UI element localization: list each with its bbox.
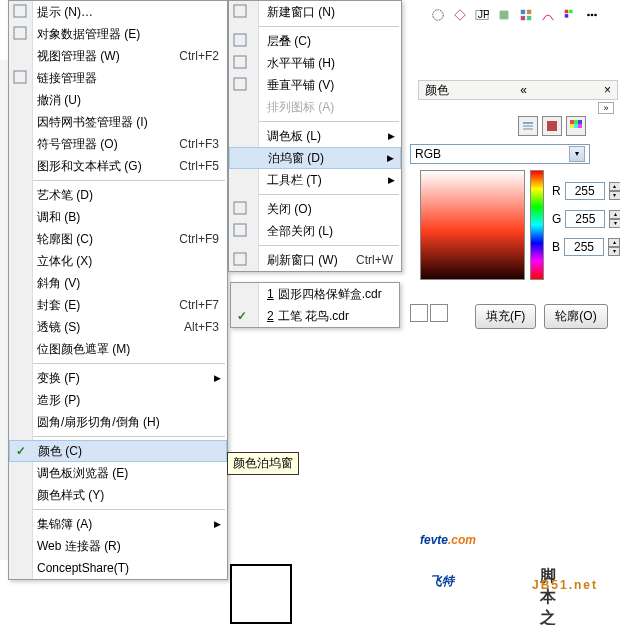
r-row: R ▴▾	[552, 182, 620, 200]
panel-close-icon[interactable]: ×	[604, 83, 611, 97]
menu-item-label: 封套 (E)	[37, 297, 80, 314]
r-spinner[interactable]: ▴▾	[609, 182, 620, 200]
grid-icon[interactable]	[518, 7, 534, 23]
svg-rect-27	[14, 71, 26, 83]
color-model-dropdown[interactable]: RGB ▾	[410, 144, 590, 164]
dockers-item-11[interactable]: 轮廓图 (C)Ctrl+F9	[9, 228, 227, 250]
dockers-item-16[interactable]: 位图颜色遮罩 (M)	[9, 338, 227, 360]
dockers-item-10[interactable]: 调和 (B)	[9, 206, 227, 228]
svg-rect-34	[234, 253, 246, 265]
submenu-arrow-icon: ▶	[214, 519, 221, 529]
menu-item-label: 调色板 (L)	[267, 128, 321, 145]
dockers-item-7[interactable]: 图形和文本样式 (G)Ctrl+F5	[9, 155, 227, 177]
dockers-item-26[interactable]: 集锦簿 (A)▶	[9, 513, 227, 535]
swatch-old[interactable]	[410, 304, 428, 322]
menu-item-label: 圆形四格保鲜盒.cdr	[278, 286, 382, 303]
viewer-icon[interactable]	[542, 116, 562, 136]
new-icon	[233, 4, 249, 20]
dots-icon[interactable]	[584, 7, 600, 23]
menu-separator	[11, 363, 225, 364]
tilev-icon	[233, 77, 249, 93]
menu-item-label: 链接管理器	[37, 70, 97, 87]
svg-point-0	[433, 10, 444, 21]
submenu-arrow-icon: ▶	[388, 131, 395, 141]
dockers-item-4[interactable]: 撤消 (U)	[9, 89, 227, 111]
menu-item-label: 工笔 花鸟.cdr	[278, 308, 349, 325]
palette-grid-icon[interactable]	[566, 116, 586, 136]
menu-item-label: 刷新窗口 (W)	[267, 252, 338, 269]
window-item-3[interactable]: 水平平铺 (H)	[229, 52, 401, 74]
r-input[interactable]	[565, 182, 605, 200]
svg-rect-33	[234, 224, 246, 236]
fill-button[interactable]: 填充(F)	[475, 304, 536, 329]
doc-item-0[interactable]: 1 圆形四格保鲜盒.cdr	[231, 283, 399, 305]
dockers-item-9[interactable]: 艺术笔 (D)	[9, 184, 227, 206]
window-item-14[interactable]: 刷新窗口 (W)Ctrl+W	[229, 249, 401, 271]
window-item-0[interactable]: 新建窗口 (N)	[229, 1, 401, 23]
color-gradient-picker[interactable]	[420, 170, 525, 280]
window-item-9[interactable]: 工具栏 (T)▶	[229, 169, 401, 191]
menu-item-label: 全部关闭 (L)	[267, 223, 333, 240]
dockers-item-14[interactable]: 封套 (E)Ctrl+F7	[9, 294, 227, 316]
g-input[interactable]	[565, 210, 605, 228]
dockers-item-1[interactable]: 对象数据管理器 (E)	[9, 23, 227, 45]
dockers-item-6[interactable]: 符号管理器 (O)Ctrl+F3	[9, 133, 227, 155]
menu-shortcut: Alt+F3	[184, 320, 219, 334]
b-input[interactable]	[564, 238, 604, 256]
svg-rect-28	[234, 5, 246, 17]
svg-rect-26	[14, 27, 26, 39]
menu-item-label: 撤消 (U)	[37, 92, 81, 109]
dockers-item-2[interactable]: 视图管理器 (W)Ctrl+F2	[9, 45, 227, 67]
dockers-item-13[interactable]: 斜角 (V)	[9, 272, 227, 294]
doc-item-1[interactable]: ✓2 工笔 花鸟.cdr	[231, 305, 399, 327]
dockers-item-27[interactable]: Web 连接器 (R)	[9, 535, 227, 557]
dockers-item-22[interactable]: ✓颜色 (C)	[9, 440, 227, 462]
curve-icon[interactable]	[540, 7, 556, 23]
dockers-item-24[interactable]: 颜色样式 (Y)	[9, 484, 227, 506]
g-spinner[interactable]: ▴▾	[609, 210, 620, 228]
dockers-item-20[interactable]: 圆角/扇形切角/倒角 (H)	[9, 411, 227, 433]
polygon-icon[interactable]	[452, 7, 468, 23]
window-item-8[interactable]: 泊坞窗 (D)▶	[229, 147, 401, 169]
outline-button[interactable]: 轮廓(O)	[544, 304, 607, 329]
menu-item-label: 立体化 (X)	[37, 253, 92, 270]
menu-item-label: ConceptShare(T)	[37, 561, 129, 575]
window-item-11[interactable]: 关闭 (O)	[229, 198, 401, 220]
menu-item-label: 符号管理器 (O)	[37, 136, 118, 153]
dockers-item-28[interactable]: ConceptShare(T)	[9, 557, 227, 579]
window-item-12[interactable]: 全部关闭 (L)	[229, 220, 401, 242]
dockers-item-18[interactable]: 变换 (F)▶	[9, 367, 227, 389]
dockers-item-19[interactable]: 造形 (P)	[9, 389, 227, 411]
window-item-4[interactable]: 垂直平铺 (V)	[229, 74, 401, 96]
window-item-2[interactable]: 层叠 (C)	[229, 30, 401, 52]
panel-arrows[interactable]: «	[520, 83, 527, 97]
menu-item-label: 变换 (F)	[37, 370, 80, 387]
dockers-item-23[interactable]: 调色板浏览器 (E)	[9, 462, 227, 484]
menu-item-label: 图形和文本样式 (G)	[37, 158, 142, 175]
b-spinner[interactable]: ▴▾	[608, 238, 620, 256]
hue-slider[interactable]	[530, 170, 544, 280]
dockers-item-5[interactable]: 因特网书签管理器 (I)	[9, 111, 227, 133]
panel-title-text: 颜色	[425, 82, 449, 99]
shape-icon[interactable]	[430, 7, 446, 23]
closeall-icon	[233, 223, 249, 239]
square-icon[interactable]	[496, 7, 512, 23]
jpg-icon[interactable]: JPG	[474, 7, 490, 23]
swatch-new[interactable]	[430, 304, 448, 322]
dockers-item-0[interactable]: 提示 (N)…	[9, 1, 227, 23]
palette-icon[interactable]	[562, 7, 578, 23]
menu-separator	[11, 436, 225, 437]
dockers-item-12[interactable]: 立体化 (X)	[9, 250, 227, 272]
panel-expand-icon[interactable]: »	[598, 102, 614, 114]
tileh-icon	[233, 55, 249, 71]
check-icon: ✓	[16, 444, 26, 458]
svg-rect-32	[234, 202, 246, 214]
menu-item-label: 新建窗口 (N)	[267, 4, 335, 21]
dockers-item-3[interactable]: 链接管理器	[9, 67, 227, 89]
window-item-7[interactable]: 调色板 (L)▶	[229, 125, 401, 147]
dockers-item-15[interactable]: 透镜 (S)Alt+F3	[9, 316, 227, 338]
svg-rect-19	[570, 120, 574, 124]
b-label: B	[552, 240, 560, 254]
svg-text:JPG: JPG	[478, 8, 490, 20]
sliders-icon[interactable]	[518, 116, 538, 136]
